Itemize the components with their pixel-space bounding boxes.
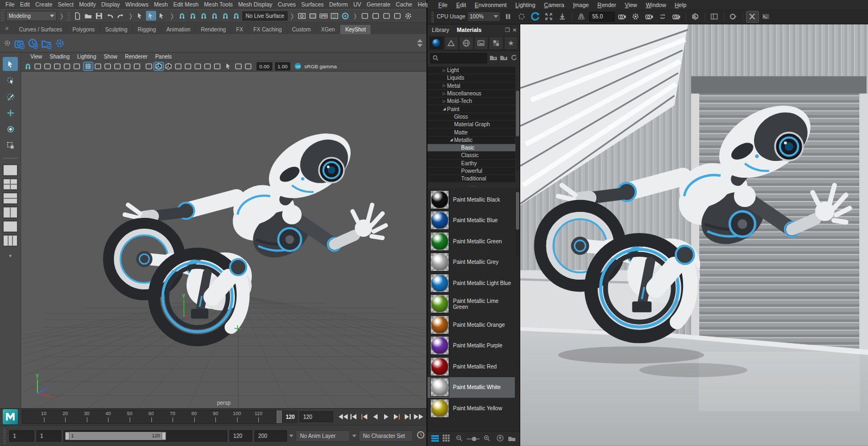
menu-item-cache[interactable]: Cache [393,1,415,8]
menu-item-create[interactable]: Create [33,1,55,8]
resolution-gate-icon[interactable] [103,62,112,70]
paint-select-tool-icon[interactable] [3,89,18,104]
keyshot-settings-icon[interactable] [55,38,65,48]
menu-item-edit[interactable]: Edit [452,2,470,8]
animation-preferences-icon[interactable] [416,430,425,442]
tree-item-miscellaneous[interactable]: ▷Miscellaneous [427,90,515,97]
focal-length-field[interactable]: 55.0 [589,12,615,22]
layout-hypershade-icon[interactable] [3,221,18,232]
menu-item-uv[interactable]: UV [350,1,364,8]
menu-item-mesh-tools[interactable]: Mesh Tools [201,1,235,8]
chevron-down-icon[interactable] [352,435,356,437]
flat-shade-icon[interactable] [164,62,173,70]
menu-set-dropdown[interactable]: Modeling [6,11,57,21]
layout-persp-graph-icon[interactable] [3,206,18,218]
step-back-frame-button[interactable] [349,412,358,421]
menu-item-generate[interactable]: Generate [364,1,393,8]
ao-icon[interactable] [213,62,222,70]
textures-tab-icon[interactable] [489,36,503,50]
status-separator[interactable]: ❭ [127,12,134,20]
keyshot-queue-icon[interactable] [28,38,38,48]
tree-item-material-graph[interactable]: Material Graph [427,121,515,128]
tab-library[interactable]: Library [432,27,449,33]
play-backwards-button[interactable] [371,412,380,421]
tree-collapsed-icon[interactable]: ▷ [442,68,447,73]
ipr-render-icon[interactable]: IPR [318,11,329,21]
viewport-canvas[interactable]: y x z y persp [21,72,426,408]
menu-item-curves[interactable]: Curves [275,1,298,8]
animation-start-field[interactable]: 1 [9,430,34,442]
shelf-tab-keyshot[interactable]: KeyShot [340,25,371,34]
list-scrollbar[interactable] [516,191,519,256]
shelf-tab-polygons[interactable]: Polygons [67,25,100,34]
drag-grip[interactable] [67,11,70,21]
step-forward-frame-button[interactable] [403,412,412,421]
shelf-scroll-down-icon[interactable] [417,44,423,47]
refresh-library-icon[interactable] [510,53,517,63]
keyshot-export-icon[interactable] [41,38,52,48]
menu-item-help[interactable]: Help [671,2,691,8]
colors-tab-icon[interactable] [444,36,459,50]
toolbar-grip[interactable] [431,11,434,23]
snap-curve-icon[interactable] [188,11,198,21]
panel-menu-panels[interactable]: Panels [151,54,176,60]
menu-item-render[interactable]: Render [593,2,620,8]
shelf-tab-xgen[interactable]: XGen [316,25,341,34]
menu-item-file[interactable]: File [434,2,452,8]
close-panel-icon[interactable]: ✕ [513,27,517,33]
animation-end-field[interactable]: 200 [254,430,287,442]
materials-tab-icon[interactable] [429,36,444,50]
drag-grip[interactable] [3,428,6,444]
render-view-icon[interactable] [297,11,307,21]
character-set-selector[interactable]: No Character Set [359,430,413,442]
go-to-start-button[interactable] [338,412,347,421]
move-tool-icon[interactable] [3,106,18,120]
snap-point-icon[interactable] [199,11,209,21]
playback-start-field[interactable]: 1 [36,430,61,442]
gamma-field[interactable]: 1.00 [275,62,291,70]
rotate-tool-icon[interactable] [3,122,18,136]
material-item-paint-metallic-white[interactable]: Paint Metallic White [427,377,515,398]
bounding-box-icon[interactable] [174,62,183,70]
gate-mask-icon[interactable] [113,62,122,70]
panel-menu-view[interactable]: View [27,54,46,60]
menu-item-mesh-display[interactable]: Mesh Display [235,1,275,8]
zoom-out-icon[interactable] [456,434,463,444]
wireframe-icon[interactable] [144,62,154,70]
character-controls-icon[interactable] [371,11,381,21]
tree-item-mold-tech[interactable]: ▷Mold-Tech [427,98,515,105]
add-folder-icon[interactable] [489,53,497,63]
list-scrollbar-thumb[interactable] [516,192,519,230]
tree-item-traditional[interactable]: Traditional [427,175,515,182]
menu-item-select[interactable]: Select [55,1,76,8]
tree-item-earthy[interactable]: Earthy [427,160,515,167]
undo-icon[interactable] [105,11,115,21]
plugin-shading-icon[interactable] [244,62,253,70]
panel-menu-renderer[interactable]: Renderer [121,54,151,60]
range-slider-track[interactable]: 1 120 [65,432,166,440]
menu-item-view[interactable]: View [621,2,642,8]
use-lights-icon[interactable] [193,62,202,70]
status-separator[interactable]: ❭ [58,12,65,20]
shelf-tab-custom[interactable]: Custom [287,25,316,34]
tree-item-metallic[interactable]: ◢Metallic [427,137,515,144]
material-template-icon[interactable] [727,11,739,22]
tree-collapsed-icon[interactable]: ▷ [442,92,447,96]
shelf-tab-animation[interactable]: Animation [162,25,196,34]
show-panels-icon[interactable] [709,11,720,22]
step-forward-key-button[interactable] [392,412,401,421]
search-input[interactable] [430,53,487,63]
thumbnail-size-slider[interactable] [467,438,480,439]
tree-collapsed-icon[interactable]: ▷ [442,83,447,88]
exposure-field[interactable]: 0.00 [257,62,272,70]
smooth-shade-icon[interactable] [154,62,163,70]
material-item-paint-metallic-green[interactable]: Paint Metallic Green [427,231,515,252]
layout-four-view-icon[interactable] [3,178,18,190]
import-material-icon[interactable] [496,434,504,444]
panel-menu-shading[interactable]: Shading [46,54,74,60]
xray-icon[interactable] [234,62,243,70]
shelf-menu-icon[interactable]: ≡ [0,23,14,34]
add-camera-icon[interactable] [616,11,628,22]
pause-icon[interactable] [502,11,514,22]
update-scene-icon[interactable] [529,11,541,22]
